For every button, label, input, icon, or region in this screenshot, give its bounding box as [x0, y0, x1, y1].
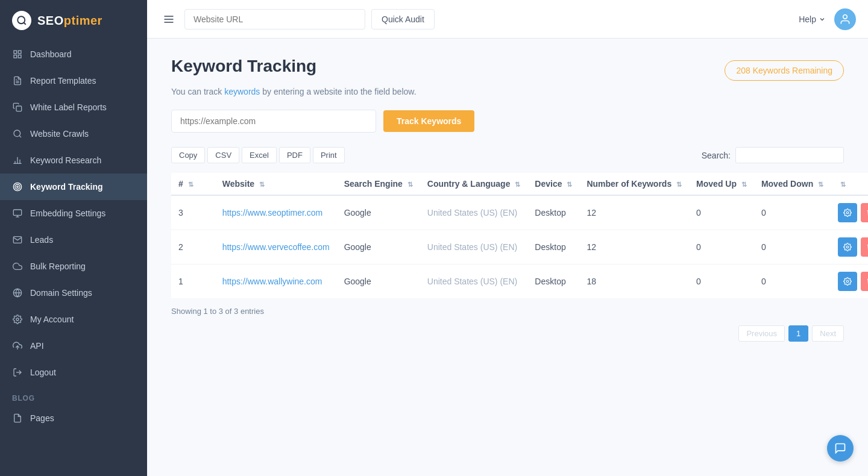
cell-country: United States (US) (EN) — [420, 265, 528, 299]
hamburger-button[interactable] — [159, 10, 178, 29]
keywords-remaining-badge: 208 Keywords Remaining — [725, 60, 844, 81]
website-url-input[interactable] — [184, 9, 365, 30]
cell-country: United States (US) (EN) — [420, 195, 528, 230]
search-label: Search: — [702, 151, 731, 160]
svg-point-33 — [846, 280, 849, 283]
cell-device: Desktop — [527, 230, 579, 265]
table-row: 2 https://www.vervecoffee.com Google Uni… — [171, 230, 868, 265]
main-area: Quick Audit Help Keyword Tracking 208 Ke… — [147, 0, 868, 476]
cell-moved-down: 0 — [754, 195, 831, 230]
sidebar-item-api-label: API — [30, 341, 44, 351]
subtitle: You can track keywords by entering a web… — [171, 87, 844, 96]
globe-icon — [12, 287, 23, 298]
help-button[interactable]: Help — [799, 14, 826, 24]
cell-device: Desktop — [527, 195, 579, 230]
sidebar-item-dashboard-label: Dashboard — [30, 49, 72, 59]
quick-audit-button[interactable]: Quick Audit — [371, 9, 435, 30]
col-device: Device ⇅ — [527, 173, 579, 195]
svg-rect-19 — [13, 210, 21, 215]
track-url-input[interactable] — [171, 110, 376, 133]
col-empty — [201, 173, 215, 195]
cell-num: 3 — [171, 195, 201, 230]
cloud-icon — [12, 261, 23, 272]
settings-button[interactable] — [838, 237, 857, 257]
excel-button[interactable]: Excel — [242, 147, 277, 163]
svg-point-18 — [17, 186, 19, 188]
sidebar-item-report-templates-label: Report Templates — [30, 76, 96, 86]
page-title: Keyword Tracking — [171, 57, 316, 76]
svg-rect-2 — [14, 51, 17, 54]
table-header-row: # ⇅ Website ⇅ Search Engine ⇅ Country & … — [171, 173, 868, 195]
cell-actions — [831, 265, 868, 299]
sidebar-item-leads[interactable]: Leads — [0, 227, 147, 253]
cell-sort — [201, 195, 215, 230]
website-link[interactable]: https://www.vervecoffee.com — [222, 242, 330, 252]
sidebar-item-leads-label: Leads — [30, 235, 53, 245]
sidebar-item-domain-settings[interactable]: Domain Settings — [0, 280, 147, 306]
next-page-button[interactable]: Next — [812, 325, 844, 342]
cell-website: https://www.wallywine.com — [215, 265, 337, 299]
mail-icon — [12, 234, 23, 245]
cloud-upload-icon — [12, 340, 23, 351]
user-avatar[interactable] — [834, 8, 856, 30]
sidebar-item-white-label-reports[interactable]: White Label Reports — [0, 94, 147, 121]
chat-bubble[interactable] — [827, 435, 854, 462]
delete-button[interactable] — [861, 272, 868, 291]
subtitle-suffix: by entering a website into the field bel… — [260, 87, 416, 96]
svg-line-11 — [19, 136, 21, 137]
sidebar-logo[interactable]: SEOptimer — [0, 0, 147, 41]
col-num-keywords: Number of Keywords ⇅ — [579, 173, 689, 195]
website-link[interactable]: https://www.wallywine.com — [222, 277, 322, 286]
previous-page-button[interactable]: Previous — [738, 325, 785, 342]
cell-moved-up: 0 — [689, 230, 754, 265]
page-1-button[interactable]: 1 — [788, 325, 808, 342]
sidebar-item-api[interactable]: API — [0, 333, 147, 359]
subtitle-link[interactable]: keywords — [224, 87, 260, 96]
showing-text: Showing 1 to 3 of 3 entries — [171, 307, 844, 316]
svg-point-10 — [14, 130, 20, 137]
sidebar-item-my-account[interactable]: My Account — [0, 306, 147, 333]
website-link[interactable]: https://www.seoptimer.com — [222, 208, 323, 218]
cell-sort — [201, 265, 215, 299]
col-actions: ⇅ — [831, 173, 868, 195]
cell-num-keywords: 18 — [579, 265, 689, 299]
pdf-button[interactable]: PDF — [279, 147, 310, 163]
copy-icon — [12, 102, 23, 113]
sidebar-item-domain-settings-label: Domain Settings — [30, 288, 92, 298]
cell-search-engine: Google — [337, 230, 420, 265]
svg-rect-4 — [18, 55, 21, 58]
sidebar-item-logout[interactable]: Logout — [0, 359, 147, 386]
settings-icon — [12, 314, 23, 325]
settings-button[interactable] — [838, 272, 857, 291]
track-keywords-button[interactable]: Track Keywords — [383, 110, 474, 132]
cell-website: https://www.vervecoffee.com — [215, 230, 337, 265]
target-icon — [12, 181, 23, 192]
delete-button[interactable] — [861, 203, 868, 222]
cell-moved-down: 0 — [754, 230, 831, 265]
sidebar-item-pages[interactable]: Pages — [0, 405, 147, 431]
sidebar-item-dashboard[interactable]: Dashboard — [0, 41, 147, 67]
svg-point-24 — [16, 318, 19, 321]
svg-point-17 — [15, 184, 20, 189]
sidebar-item-report-templates[interactable]: Report Templates — [0, 67, 147, 94]
table-row: 3 https://www.seoptimer.com Google Unite… — [171, 195, 868, 230]
table-search-input[interactable] — [735, 147, 844, 163]
copy-button[interactable]: Copy — [171, 147, 205, 163]
print-button[interactable]: Print — [313, 147, 345, 163]
csv-button[interactable]: CSV — [207, 147, 239, 163]
cell-moved-up: 0 — [689, 265, 754, 299]
sidebar-item-embedding-settings[interactable]: Embedding Settings — [0, 200, 147, 227]
file-icon — [12, 413, 23, 424]
settings-button[interactable] — [838, 203, 857, 222]
cell-moved-up: 0 — [689, 195, 754, 230]
help-label: Help — [799, 14, 816, 24]
svg-point-31 — [846, 211, 849, 214]
sidebar-item-website-crawls[interactable]: Website Crawls — [0, 121, 147, 147]
sidebar-item-bulk-reporting[interactable]: Bulk Reporting — [0, 253, 147, 280]
grid-icon — [12, 49, 23, 60]
sidebar-item-keyword-research[interactable]: Keyword Research — [0, 147, 147, 174]
cell-num-keywords: 12 — [579, 195, 689, 230]
export-buttons: Copy CSV Excel PDF Print — [171, 147, 345, 163]
delete-button[interactable] — [861, 237, 868, 257]
sidebar-item-keyword-tracking[interactable]: Keyword Tracking — [0, 174, 147, 200]
